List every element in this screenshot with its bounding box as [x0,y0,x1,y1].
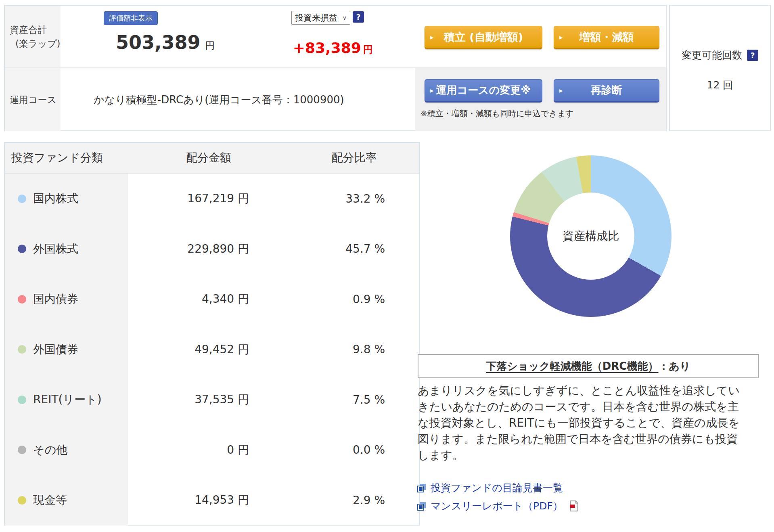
pl-value-block: +83,389 円 [255,40,373,56]
allocation-amount: 229,890 円 [128,241,289,257]
course-note: ※積立・増額・減額も同時に申込できます [420,108,574,119]
pl-period-selected-value: 投資来損益 [295,12,337,23]
pl-help-icon[interactable]: ? [353,11,364,23]
change-count-value: 12 回 [670,78,770,92]
external-window-icon [417,483,427,493]
course-row: 運用コース かなり積極型-DRCあり(運用コース番号：1000900) ▸ 運用… [5,67,666,131]
arrow-right-icon: ▸ [559,33,563,41]
change-count-panel: 変更可能回数 ? 12 回 [669,5,771,131]
allocation-table-header: 投資ファンド分類 配分金額 配分比率 [5,143,419,174]
total-assets-amount: 503,389 [116,31,201,53]
allocation-ratio: 7.5 % [289,393,419,406]
category-cell: 現金等 [5,475,128,526]
category-label: 外国債券 [33,342,78,357]
arrow-right-icon: ▸ [430,86,434,94]
category-bullet-icon [18,345,26,354]
table-row: REIT(リート)37,535 円7.5 % [5,375,419,425]
category-label: 外国株式 [33,241,78,257]
document-links: 投資ファンドの目論見書一覧 マンスリーレポート（PDF） [417,481,579,513]
rediagnosis-button-label: 再診断 [591,83,622,97]
zougaku-gengaku-button[interactable]: ▸ 増額・減額 [554,26,659,49]
allocation-ratio: 33.2 % [289,192,419,205]
category-bullet-icon [18,195,26,203]
total-assets-label: 資産合計 (楽ラップ) [5,6,61,67]
allocation-ratio: 0.0 % [289,443,419,457]
table-row: その他0 円0.0 % [5,425,419,475]
table-row: 外国債券49,452 円9.8 % [5,325,419,375]
pl-unit: 円 [363,44,373,55]
category-bullet-icon [18,496,26,505]
category-label: その他 [33,442,67,458]
change-count-help-icon[interactable]: ? [747,50,758,61]
allocation-amount: 0 円 [128,442,289,458]
total-assets-label-line1: 資産合計 [10,23,61,37]
category-label: 国内債券 [33,291,78,307]
prospectus-link-label[interactable]: 投資ファンドの目論見書一覧 [431,481,563,494]
drc-title: 下落ショック軽減機能（DRC機能） [486,359,658,373]
category-bullet-icon [18,396,26,404]
header-category: 投資ファンド分類 [5,150,128,165]
asset-composition-chart: 資産構成比 [510,155,671,317]
change-count-header: 変更可能回数 ? [670,48,770,62]
course-change-button[interactable]: ▸ 運用コースの変更※ [425,79,542,103]
table-row: 国内債券4,340 円0.9 % [5,274,419,325]
tsumitate-button[interactable]: ▸ 積立 (自動増額) [425,26,542,49]
change-count-label: 変更可能回数 [682,48,742,62]
table-row: 外国株式229,890 円45.7 % [5,224,419,274]
rediagnosis-button[interactable]: ▸ 再診断 [554,79,659,103]
hide-valuation-badge[interactable]: 評価額非表示 [104,11,158,25]
category-cell: 外国株式 [5,224,128,274]
asset-composition-center-label: 資産構成比 [547,193,634,280]
drc-banner: 下落ショック軽減機能（DRC機能）：あり [418,354,759,378]
chevron-down-icon: ∨ [343,15,347,21]
allocation-ratio: 2.9 % [289,494,419,507]
monthly-report-link[interactable]: マンスリーレポート（PDF） [417,499,579,513]
category-bullet-icon [18,295,26,304]
allocation-amount: 4,340 円 [128,291,289,307]
allocation-amount: 37,535 円 [128,392,289,407]
drc-status: ：あり [658,359,690,373]
course-label: 運用コース [5,68,61,131]
category-bullet-icon [18,446,26,454]
header-amount: 配分金額 [128,150,289,165]
total-assets-unit: 円 [205,40,215,51]
total-assets-row: 資産合計 (楽ラップ) 評価額非表示 503,389円 投資来損益 ∨ ? +8… [5,6,666,67]
allocation-amount: 14,953 円 [128,492,289,508]
total-assets-label-line2: (楽ラップ) [10,37,61,50]
header-ratio: 配分比率 [289,150,419,165]
allocation-amount: 167,219 円 [128,191,289,206]
external-window-icon [417,501,427,511]
course-description: あまりリスクを気にしすぎずに、とことん収益性を追求していきたいあなたのためのコー… [418,383,749,463]
zougaku-button-label: 増額・減額 [579,30,634,44]
category-bullet-icon [18,245,26,253]
category-cell: REIT(リート) [5,375,128,425]
allocation-ratio: 45.7 % [289,242,419,256]
pl-period-select[interactable]: 投資来損益 ∨ [291,11,350,25]
table-row: 国内株式167,219 円33.2 % [5,174,419,224]
pl-amount: +83,389 [293,40,361,56]
tsumitate-button-label: 積立 (自動増額) [444,30,523,44]
allocation-ratio: 9.8 % [289,343,419,356]
category-cell: 国内株式 [5,174,128,224]
arrow-right-icon: ▸ [430,33,434,41]
category-cell: その他 [5,425,128,475]
allocation-table-body: 国内株式167,219 円33.2 %外国株式229,890 円45.7 %国内… [5,174,419,526]
category-cell: 国内債券 [5,274,128,325]
category-label: 現金等 [33,492,67,508]
allocation-ratio: 0.9 % [289,293,419,306]
total-assets-value: 503,389円 [116,31,215,53]
allocation-table: 投資ファンド分類 配分金額 配分比率 国内株式167,219 円33.2 %外国… [4,142,420,526]
rakuwrap-dashboard: 資産合計 (楽ラップ) 評価額非表示 503,389円 投資来損益 ∨ ? +8… [0,0,774,532]
summary-panel: 資産合計 (楽ラップ) 評価額非表示 503,389円 投資来損益 ∨ ? +8… [4,5,667,131]
category-label: 国内株式 [33,191,78,206]
pdf-file-icon [569,501,579,511]
category-label: REIT(リート) [33,392,102,407]
allocation-amount: 49,452 円 [128,342,289,357]
table-row: 現金等14,953 円2.9 % [5,475,419,526]
arrow-right-icon: ▸ [559,86,563,94]
category-cell: 外国債券 [5,325,128,375]
monthly-report-link-label[interactable]: マンスリーレポート（PDF） [431,499,563,513]
course-change-button-label: 運用コースの変更※ [436,83,531,97]
course-value: かなり積極型-DRCあり(運用コース番号：1000900) [94,68,344,131]
prospectus-link[interactable]: 投資ファンドの目論見書一覧 [417,481,579,494]
